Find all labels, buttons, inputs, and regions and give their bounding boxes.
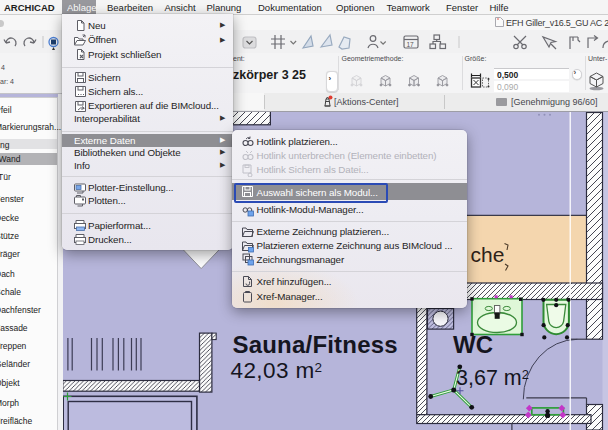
svg-text:17: 17 (407, 41, 415, 48)
